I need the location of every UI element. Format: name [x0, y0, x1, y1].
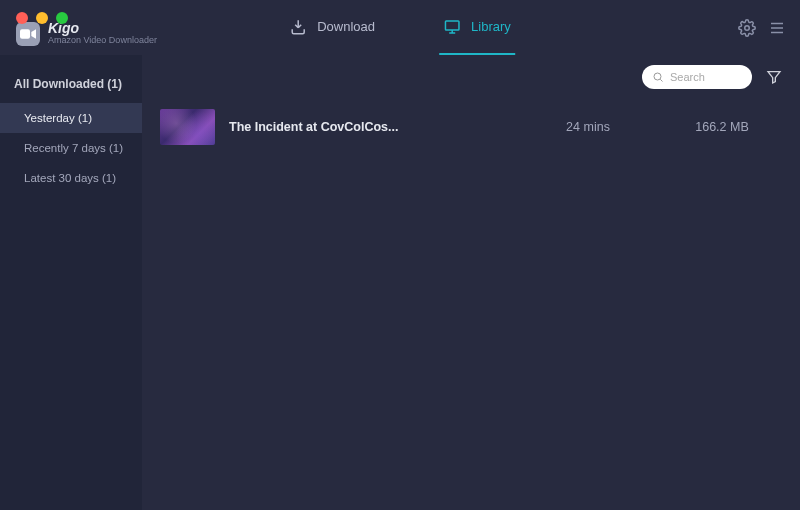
filter-button[interactable] — [766, 69, 782, 85]
video-size: 166.2 MB — [662, 120, 782, 134]
tab-download-label: Download — [317, 19, 375, 34]
minimize-window-button[interactable] — [36, 12, 48, 24]
svg-rect-1 — [445, 21, 459, 30]
search-input[interactable] — [670, 71, 742, 83]
monitor-icon — [443, 18, 461, 36]
search-icon — [652, 71, 664, 83]
tab-library-label: Library — [471, 19, 511, 34]
tab-download[interactable]: Download — [285, 0, 379, 55]
download-icon — [289, 18, 307, 36]
titlebar: Kigo Amazon Video Downloader Download Li… — [0, 0, 800, 55]
video-title: The Incident at CovColCos... — [229, 120, 514, 134]
app-subtitle: Amazon Video Downloader — [48, 36, 157, 46]
app-logo-icon — [16, 22, 40, 46]
window-controls — [16, 12, 68, 24]
svg-point-2 — [745, 25, 750, 30]
downloads-list: The Incident at CovColCos... 24 mins 166… — [142, 99, 800, 510]
sidebar-item-yesterday[interactable]: Yesterday (1) — [0, 103, 142, 133]
video-duration: 24 mins — [528, 120, 648, 134]
sidebar-item-recently7[interactable]: Recently 7 days (1) — [0, 133, 142, 163]
svg-rect-0 — [20, 29, 30, 38]
maximize-window-button[interactable] — [56, 12, 68, 24]
header-right — [738, 0, 786, 55]
close-window-button[interactable] — [16, 12, 28, 24]
settings-button[interactable] — [738, 19, 756, 37]
menu-button[interactable] — [768, 19, 786, 37]
list-item[interactable]: The Incident at CovColCos... 24 mins 166… — [142, 99, 800, 155]
main: The Incident at CovColCos... 24 mins 166… — [142, 55, 800, 510]
content: All Downloaded (1) Yesterday (1) Recentl… — [0, 55, 800, 510]
sidebar: All Downloaded (1) Yesterday (1) Recentl… — [0, 55, 142, 510]
brand: Kigo Amazon Video Downloader — [16, 21, 157, 46]
sidebar-item-latest30[interactable]: Latest 30 days (1) — [0, 163, 142, 193]
svg-point-6 — [654, 73, 661, 80]
svg-line-7 — [660, 79, 662, 81]
main-tabs: Download Library — [285, 0, 515, 55]
tab-library[interactable]: Library — [439, 0, 515, 55]
video-thumbnail — [160, 109, 215, 145]
toolbar — [142, 55, 800, 99]
sidebar-header: All Downloaded (1) — [0, 63, 142, 103]
search-box[interactable] — [642, 65, 752, 89]
